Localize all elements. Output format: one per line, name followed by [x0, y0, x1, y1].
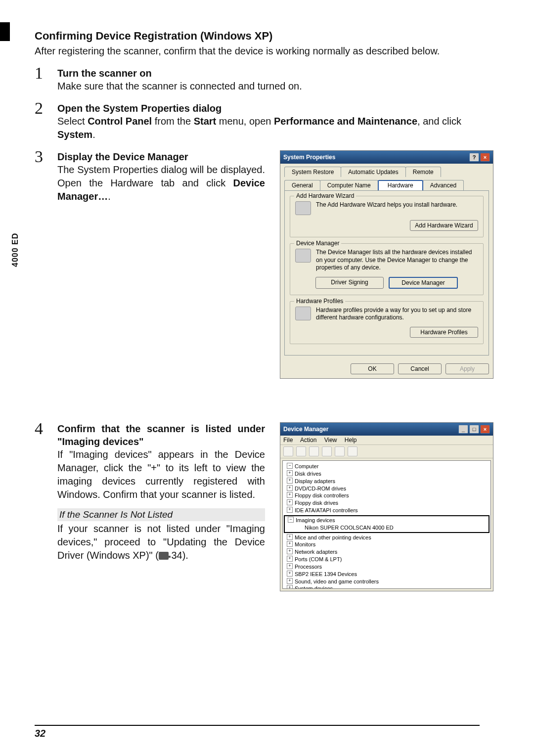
tab-hardware[interactable]: Hardware: [378, 180, 423, 190]
add-hardware-wizard-button[interactable]: Add Hardware Wizard: [410, 220, 478, 231]
step2-title: Open the System Properties dialog: [57, 102, 499, 115]
sysprops-titlebar: System Properties ? ×: [280, 151, 493, 164]
print-icon[interactable]: [322, 446, 332, 456]
step3-body: The System Properties dialog will be dis…: [57, 163, 265, 203]
scan-icon[interactable]: [348, 446, 357, 456]
tree-item[interactable]: SBP2 IEEE 1394 Devices: [284, 571, 490, 578]
back-icon[interactable]: [283, 446, 293, 456]
hardware-wizard-icon: [295, 201, 311, 215]
menu-view[interactable]: View: [324, 437, 337, 444]
step-1: Turn the scanner on Make sure that the s…: [35, 67, 499, 93]
tree-scanner-entry[interactable]: Nikon SUPER COOLSCAN 4000 ED: [285, 524, 489, 532]
device-tree[interactable]: Computer Disk drivesDisplay adaptersDVD/…: [282, 460, 491, 589]
tree-item[interactable]: Ports (COM & LPT): [284, 556, 490, 563]
minimize-button[interactable]: _: [458, 425, 468, 434]
tree-item[interactable]: System devices: [284, 585, 490, 589]
maximize-button[interactable]: □: [469, 425, 479, 434]
page-number: 32: [35, 725, 480, 739]
refresh-icon[interactable]: [335, 446, 345, 456]
tree-item[interactable]: Display adapters: [284, 478, 490, 485]
device-manager-button[interactable]: Device Manager: [389, 277, 458, 289]
devmgr-toolbar: [280, 445, 493, 458]
device-manager-group: Device Manager The Device Manager lists …: [290, 243, 484, 295]
step3-title: Display the Device Manager: [57, 150, 265, 163]
tab-remote[interactable]: Remote: [405, 167, 441, 177]
sysprops-tabs-row2: General Computer Name Hardware Advanced: [280, 177, 493, 190]
step4-subhead: If the Scanner Is Not Listed: [57, 508, 265, 521]
help-button[interactable]: ?: [469, 153, 479, 162]
tab-automatic-updates[interactable]: Automatic Updates: [341, 167, 405, 177]
tree-item[interactable]: Mice and other pointing devices: [284, 534, 490, 541]
menu-action[interactable]: Action: [300, 437, 316, 444]
ok-button[interactable]: OK: [351, 363, 394, 374]
tree-item[interactable]: DVD/CD-ROM drives: [284, 485, 490, 492]
tab-advanced[interactable]: Advanced: [423, 180, 464, 190]
sysprops-title: System Properties: [283, 154, 335, 161]
forward-icon[interactable]: [296, 446, 306, 456]
step-4: Confirm that the scanner is listed under…: [35, 422, 499, 591]
tab-computer-name[interactable]: Computer Name: [320, 180, 378, 190]
step4-sub-body: If your scanner is not listed under "Ima…: [57, 522, 265, 562]
hardware-profiles-button[interactable]: Hardware Profiles: [410, 327, 478, 338]
device-manager-icon: [295, 249, 311, 263]
devmgr-titlebar: Device Manager _ □ ×: [280, 423, 493, 436]
devmgr-close-button[interactable]: ×: [480, 425, 490, 434]
step1-title: Turn the scanner on: [57, 67, 499, 80]
sysprops-tabs-row1: System Restore Automatic Updates Remote: [280, 164, 493, 177]
close-button[interactable]: ×: [480, 153, 490, 162]
devmgr-menubar: File Action View Help: [280, 436, 493, 445]
properties-icon[interactable]: [309, 446, 319, 456]
cross-reference-icon: [159, 552, 169, 560]
hardware-profiles-icon: [295, 307, 311, 320]
tree-item[interactable]: Floppy disk drives: [284, 499, 490, 507]
tree-item[interactable]: Disk drives: [284, 470, 490, 478]
system-properties-dialog: System Properties ? × System Restore Aut…: [280, 150, 493, 379]
imaging-devices-highlight: Imaging devices Nikon SUPER COOLSCAN 400…: [284, 515, 490, 533]
step2-body: Select Control Panel from the Start menu…: [57, 115, 499, 141]
tree-item[interactable]: Floppy disk controllers: [284, 492, 490, 499]
devmgr-title: Device Manager: [283, 426, 328, 433]
tree-item[interactable]: IDE ATA/ATAPI controllers: [284, 507, 490, 514]
menu-file[interactable]: File: [283, 437, 293, 444]
tree-item[interactable]: Sound, video and game controllers: [284, 578, 490, 585]
step4-body: If "Imaging devices" appears in the Devi…: [57, 448, 265, 501]
tree-imaging-devices[interactable]: Imaging devices: [285, 517, 489, 524]
step1-body: Make sure that the scanner is connected …: [57, 80, 499, 93]
intro-text: After registering the scanner, confirm t…: [35, 44, 499, 58]
side-label: 4000 ED: [11, 233, 20, 267]
step4-title: Confirm that the scanner is listed under…: [57, 422, 265, 448]
step-2: Open the System Properties dialog Select…: [35, 102, 499, 141]
add-hardware-wizard-group: Add Hardware Wizard The Add Hardware Wiz…: [290, 196, 484, 237]
tree-item[interactable]: Monitors: [284, 541, 490, 548]
tab-system-restore[interactable]: System Restore: [284, 167, 341, 177]
hardware-profiles-group: Hardware Profiles Hardware profiles prov…: [290, 301, 484, 344]
apply-button[interactable]: Apply: [445, 363, 489, 374]
driver-signing-button[interactable]: Driver Signing: [315, 277, 384, 289]
menu-help[interactable]: Help: [345, 437, 357, 444]
tree-root[interactable]: Computer: [284, 463, 490, 470]
tab-general[interactable]: General: [284, 180, 320, 190]
device-manager-window: Device Manager _ □ × File Action View He: [280, 422, 493, 591]
section-heading: Confirming Device Registration (Windows …: [35, 30, 499, 43]
cancel-button[interactable]: Cancel: [398, 363, 442, 374]
chapter-tab: [0, 22, 10, 41]
tree-item[interactable]: Network adapters: [284, 548, 490, 556]
tree-item[interactable]: Processors: [284, 563, 490, 571]
step-3: Display the Device Manager The System Pr…: [35, 150, 499, 413]
